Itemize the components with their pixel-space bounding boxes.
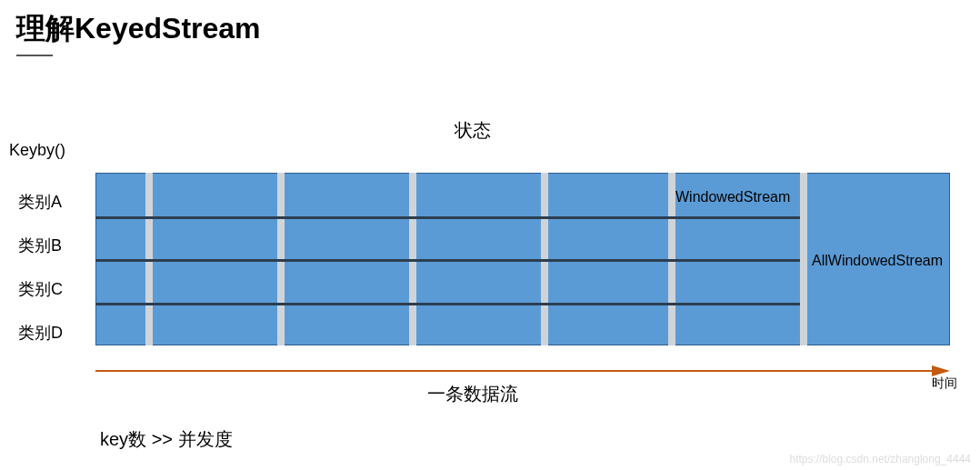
page-title: 理解KeyedStream bbox=[16, 9, 261, 49]
stream-label: 一条数据流 bbox=[427, 382, 518, 406]
windowed-stream-label: WindowedStream bbox=[675, 189, 790, 205]
category-labels: 类别A 类别B 类别C 类别D bbox=[18, 180, 63, 355]
category-c: 类别C bbox=[18, 267, 63, 311]
all-windowed-stream-label: AllWindowedStream bbox=[812, 253, 943, 269]
state-label: 状态 bbox=[455, 118, 491, 143]
watermark: https://blog.csdn.net/zhanglong_4444 bbox=[790, 453, 972, 465]
category-a: 类别A bbox=[18, 180, 63, 224]
time-label: 时间 bbox=[932, 375, 957, 392]
keyby-label: Keyby() bbox=[9, 141, 65, 160]
category-d: 类别D bbox=[18, 311, 63, 355]
title-underline bbox=[16, 55, 53, 56]
time-arrow bbox=[95, 362, 950, 380]
diagram: WindowedStream AllWindowedStream bbox=[95, 173, 950, 345]
vertical-divider bbox=[800, 173, 807, 345]
footer-note: key数 >> 并发度 bbox=[100, 427, 233, 452]
category-b: 类别B bbox=[18, 224, 63, 267]
horizontal-divider bbox=[95, 259, 800, 262]
horizontal-divider bbox=[95, 216, 800, 219]
horizontal-divider bbox=[95, 303, 800, 305]
